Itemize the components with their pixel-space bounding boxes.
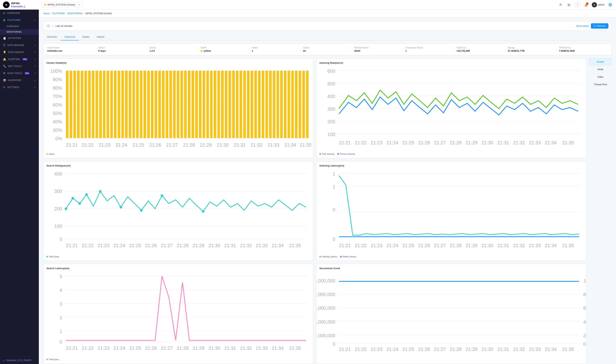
inbox-icon[interactable]: ▤ <box>566 2 572 8</box>
tab-overview[interactable]: Overview <box>43 34 61 40</box>
svg-rect-25 <box>92 71 94 138</box>
cluster-selector[interactable]: INFINI_SYSTEM (Center) ▼ <box>42 2 83 7</box>
svg-text:21:22: 21:22 <box>355 347 367 352</box>
side-panel-index[interactable]: Index <box>589 74 612 80</box>
admin-area[interactable]: A admin <box>592 2 604 7</box>
refresh-button[interactable]: ↻ Refresh <box>591 23 608 29</box>
clock-icon: 🕐 <box>46 24 50 28</box>
svg-text:21:26: 21:26 <box>149 142 161 147</box>
svg-rect-50 <box>184 71 187 138</box>
nodes-value: 1 <box>252 50 298 52</box>
breadcrumb-home[interactable]: Home <box>43 12 49 15</box>
sidebar-footer[interactable]: ◇ Enterprise (1.5.0_SNAPS... › <box>0 356 39 364</box>
search-latency-svg: 5 4 3 2 1 0 <box>46 272 310 356</box>
svg-text:21:29: 21:29 <box>466 243 477 248</box>
svg-text:100,000: 100,000 <box>583 278 587 283</box>
side-panel-node[interactable]: Node <box>589 66 612 73</box>
svg-text:100%: 100% <box>50 68 62 74</box>
sidebar-item-alerting[interactable]: 🔔 ALERTING Pro ▼ <box>0 56 39 63</box>
svg-text:21:25: 21:25 <box>402 347 414 352</box>
info-cluster-name: Cluster Name infinilabs-ezs <box>47 47 96 52</box>
svg-text:21:24: 21:24 <box>113 346 125 351</box>
svg-text:21:28: 21:28 <box>450 140 462 145</box>
sidebar-item-data-insight[interactable]: 💡 DATA INSIGHT ▼ <box>0 49 39 56</box>
svg-rect-21 <box>77 71 80 138</box>
svg-text:21:24: 21:24 <box>386 347 398 352</box>
time-range-label: Last 15 minutes <box>56 25 72 27</box>
nodes-label: Nodes <box>252 47 298 49</box>
total-docs-label: Total Docs <box>457 47 503 49</box>
svg-rect-23 <box>84 71 87 138</box>
show-dates-button[interactable]: Show dates <box>576 25 589 27</box>
svg-text:1: 1 <box>59 329 62 334</box>
side-panel-cluster[interactable]: Cluster <box>589 58 612 65</box>
svg-rect-62 <box>228 71 231 138</box>
cluster-selector-name: INFINI_SYSTEM (Center) <box>47 3 77 6</box>
legend-yellow: yellow <box>46 153 55 155</box>
svg-text:21:22: 21:22 <box>82 346 94 351</box>
tab-indices[interactable]: Indices <box>93 34 108 40</box>
globe-icon[interactable]: 🌐 <box>607 2 613 8</box>
sidebar-item-settings[interactable]: ⚙ SETTINGS ▼ <box>0 84 39 91</box>
svg-text:21:30: 21:30 <box>481 140 493 145</box>
tab-nodes[interactable]: Nodes <box>79 34 93 40</box>
sidebar-item-dev-tools[interactable]: 🔧 DEV TOOLS ▼ <box>0 63 39 70</box>
breadcrumb-platform[interactable]: PLATFORM <box>52 12 65 15</box>
svg-rect-41 <box>151 71 154 138</box>
unassigned-shards-value: 1 <box>406 50 452 52</box>
svg-rect-73 <box>269 71 272 138</box>
settings-icon[interactable]: ⚙ <box>558 2 563 8</box>
refresh-icon: ↻ <box>594 25 596 27</box>
svg-text:21:33: 21:33 <box>529 347 541 352</box>
svg-point-144 <box>202 210 204 213</box>
indexing-latency-title: Indexing Latency(ms) <box>320 164 583 167</box>
sidebar-sub-overview[interactable]: OVERVIEW <box>0 24 39 29</box>
svg-text:40%: 40% <box>53 119 62 124</box>
sidebar-platform-label: PLATFORM <box>7 19 20 21</box>
svg-rect-79 <box>291 71 294 138</box>
chart-indexing-rate: Indexing Rate(doc/s) 600 500 400 300 200… <box>316 58 587 158</box>
svg-text:100: 100 <box>327 132 335 137</box>
svg-text:500: 500 <box>327 81 335 86</box>
breadcrumb-monitoring[interactable]: MONITORING <box>68 12 83 15</box>
svg-text:21:35: 21:35 <box>562 140 574 145</box>
tab-advanced[interactable]: Advanced <box>61 34 79 40</box>
svg-text:200: 200 <box>327 119 335 124</box>
svg-point-139 <box>85 193 88 196</box>
info-version: Version 1.2.0 <box>147 47 198 52</box>
svg-rect-72 <box>265 71 268 138</box>
sidebar-item-activities[interactable]: 📋 ACTIVITIES <box>0 35 39 42</box>
sidebar-item-data-tools[interactable]: 🛠 DATA TOOLS Pro ▼ <box>0 70 39 77</box>
storage-label: Storage <box>508 47 554 49</box>
main-layout: ⊞ OVERVIEW 🖥 PLATFORM ▲ OVERVIEW MONITOR… <box>0 10 616 364</box>
svg-text:70%: 70% <box>53 94 62 99</box>
sidebar-menu-icon[interactable]: › <box>35 359 36 362</box>
svg-text:21:28: 21:28 <box>450 347 462 352</box>
data-tools-icon: 🛠 <box>3 72 6 75</box>
svg-point-137 <box>71 197 74 199</box>
cluster-dropdown-arrow: ▼ <box>78 4 80 6</box>
help-icon[interactable]: ? <box>575 2 580 8</box>
admin-avatar: A <box>592 2 597 7</box>
enterprise-icon: ◇ <box>3 359 5 362</box>
documents-count-chart-area: 100,000,000 80,000,000 60,000,000 40,000… <box>320 272 583 357</box>
svg-text:21:30: 21:30 <box>481 243 493 248</box>
sidebar-data-insight-label: DATA INSIGHT <box>8 51 24 53</box>
svg-text:21:27: 21:27 <box>434 347 446 352</box>
svg-text:21:26: 21:26 <box>145 243 157 248</box>
side-panel-thread-pool[interactable]: Thread Pool <box>589 81 612 88</box>
sidebar-item-platform[interactable]: 🖥 PLATFORM ▲ <box>0 17 39 24</box>
svg-rect-39 <box>143 71 146 138</box>
sidebar-item-overview[interactable]: ⊞ OVERVIEW <box>0 10 39 17</box>
content-area: Home / PLATFORM / MONITORING / INFINI_SY… <box>39 10 616 364</box>
sidebar-item-inventory[interactable]: 📦 INVENTORY ▼ <box>0 77 39 84</box>
chevron-down-icon[interactable]: ▾ <box>52 25 53 27</box>
sidebar-item-data-manage[interactable]: 🗄 DATA MANAGE ▼ <box>0 42 39 49</box>
bell-icon[interactable]: 🔔 2 <box>583 2 589 8</box>
info-health: Health yellow <box>198 47 250 52</box>
sidebar-sub-monitoring[interactable]: MONITORING <box>0 29 39 35</box>
legend-search-latency-total: Total Query <box>46 358 59 361</box>
svg-text:21:28: 21:28 <box>450 243 462 248</box>
svg-text:60,000,000: 60,000,000 <box>316 306 335 311</box>
svg-point-143 <box>161 194 163 197</box>
